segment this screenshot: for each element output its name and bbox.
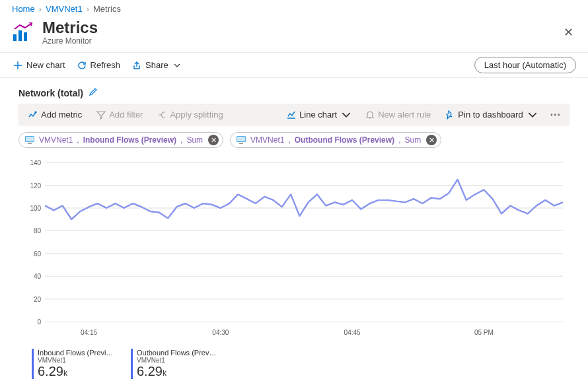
svg-text:100: 100	[30, 205, 41, 212]
section-title: Network (total)	[18, 88, 83, 98]
command-bar: New chart Refresh Share Last hour (Autom…	[0, 52, 588, 78]
new-alert-rule-button[interactable]: New alert rule	[361, 107, 435, 122]
svg-text:05 PM: 05 PM	[474, 330, 494, 337]
chip-remove-button[interactable]: ✕	[426, 135, 437, 145]
line-chart-icon	[287, 110, 296, 120]
time-range-button[interactable]: Last hour (Automatic)	[474, 57, 576, 73]
pencil-icon	[89, 87, 98, 96]
add-filter-button[interactable]: Add filter	[92, 107, 147, 122]
svg-text:20: 20	[34, 296, 42, 303]
chip-agg: Sum	[186, 135, 203, 145]
new-chart-button[interactable]: New chart	[12, 57, 67, 73]
chevron-down-icon	[342, 110, 351, 120]
title-row: Metrics Azure Monitor ✕	[0, 18, 588, 52]
alert-icon	[365, 110, 375, 120]
legend-sub: VMVNet1	[38, 357, 118, 364]
legend-title: Outbound Flows (Prev…	[137, 349, 217, 357]
legend-sub: VMVNet1	[137, 357, 217, 364]
line-chart[interactable]: 02040608010012014004:1504:3004:4505 PM	[18, 156, 570, 341]
chip-metric: Inbound Flows (Preview)	[83, 135, 176, 145]
svg-rect-1	[18, 30, 22, 41]
add-filter-label: Add filter	[109, 110, 143, 120]
metric-chip-outbound[interactable]: VMVNet1, Outbound Flows (Preview), Sum ✕	[230, 132, 441, 148]
titles: Metrics Azure Monitor	[42, 19, 98, 46]
chip-metric: Outbound Flows (Preview)	[295, 135, 394, 145]
share-icon	[132, 61, 141, 70]
chip-resource: VMVNet1	[250, 135, 284, 145]
legend: Inbound Flows (Previ… VMVNet1 6.29k Outb…	[0, 347, 588, 389]
svg-text:04:15: 04:15	[81, 330, 98, 337]
new-alert-rule-label: New alert rule	[378, 110, 431, 120]
svg-text:60: 60	[34, 250, 42, 258]
vm-icon	[24, 135, 35, 145]
close-icon[interactable]: ✕	[561, 22, 576, 42]
svg-rect-4	[26, 137, 34, 141]
page-title: Metrics	[42, 19, 98, 36]
new-chart-label: New chart	[26, 60, 65, 70]
add-metric-button[interactable]: Add metric	[24, 107, 86, 122]
svg-rect-5	[28, 143, 32, 144]
chart-area: 02040608010012014004:1504:3004:4505 PM	[18, 156, 570, 341]
add-metric-label: Add metric	[41, 110, 82, 120]
breadcrumb-sep-icon: ›	[39, 4, 42, 14]
pin-dashboard-button[interactable]: Pin to dashboard	[441, 107, 540, 122]
filter-icon	[96, 110, 106, 120]
chip-remove-button[interactable]: ✕	[208, 135, 219, 145]
legend-value: 6.29k	[38, 364, 118, 379]
chevron-down-icon	[174, 62, 180, 69]
svg-text:40: 40	[34, 273, 42, 281]
split-icon	[157, 110, 166, 120]
edit-title-button[interactable]	[89, 87, 98, 98]
apply-splitting-label: Apply splitting	[170, 110, 223, 120]
legend-title: Inbound Flows (Previ…	[38, 349, 118, 357]
breadcrumb-level1[interactable]: VMVNet1	[46, 4, 83, 14]
breadcrumb-home[interactable]: Home	[12, 4, 35, 14]
chevron-down-icon	[528, 110, 537, 120]
metrics-icon	[12, 22, 34, 42]
plus-icon	[13, 61, 22, 70]
svg-text:80: 80	[34, 228, 42, 235]
vm-icon	[236, 135, 246, 145]
svg-rect-8	[239, 143, 243, 144]
breadcrumb-current: Metrics	[93, 4, 121, 14]
share-button[interactable]: Share	[131, 57, 182, 73]
svg-text:120: 120	[30, 182, 41, 190]
refresh-button[interactable]: Refresh	[76, 57, 122, 73]
page-subtitle: Azure Monitor	[42, 36, 98, 46]
chart-type-label: Line chart	[299, 110, 337, 120]
pin-dashboard-label: Pin to dashboard	[458, 110, 523, 120]
chip-agg: Sum	[404, 135, 421, 145]
share-label: Share	[145, 60, 168, 70]
breadcrumb-sep-icon: ›	[87, 4, 89, 14]
sparkline-plus-icon	[28, 110, 38, 120]
refresh-label: Refresh	[91, 60, 121, 70]
svg-text:04:45: 04:45	[344, 330, 361, 337]
chart-toolbar: Add metric Add filter Apply splitting Li…	[18, 104, 570, 125]
legend-card-inbound[interactable]: Inbound Flows (Previ… VMVNet1 6.29k	[32, 349, 118, 379]
svg-rect-2	[24, 32, 27, 41]
svg-rect-7	[237, 137, 245, 141]
chart-type-button[interactable]: Line chart	[283, 107, 355, 122]
apply-splitting-button[interactable]: Apply splitting	[153, 107, 227, 122]
pin-icon	[445, 110, 455, 120]
svg-text:04:30: 04:30	[212, 330, 229, 337]
more-actions-button[interactable]: ···	[548, 109, 564, 121]
section-header: Network (total)	[0, 78, 588, 104]
chip-resource: VMVNet1	[39, 135, 73, 145]
metric-chip-inbound[interactable]: VMVNet1, Inbound Flows (Preview), Sum ✕	[18, 132, 223, 148]
breadcrumb: Home › VMVNet1 › Metrics	[0, 0, 588, 18]
refresh-icon	[77, 61, 87, 70]
legend-value: 6.29k	[137, 364, 217, 379]
legend-card-outbound[interactable]: Outbound Flows (Prev… VMVNet1 6.29k	[131, 349, 217, 379]
metric-chips: VMVNet1, Inbound Flows (Preview), Sum ✕ …	[0, 125, 588, 152]
svg-text:140: 140	[30, 159, 41, 166]
svg-text:0: 0	[38, 319, 42, 326]
svg-rect-0	[13, 34, 17, 41]
